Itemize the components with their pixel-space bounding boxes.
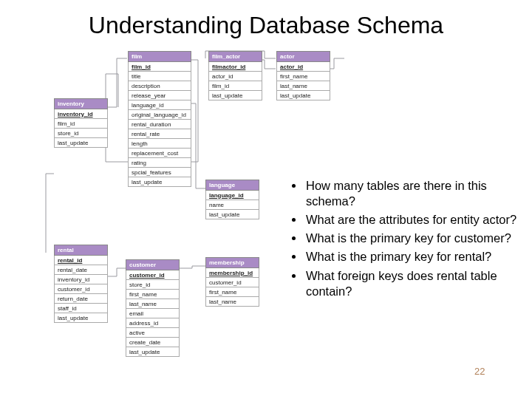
bullet-item: What is the primary key for customer? <box>304 231 520 246</box>
page-number: 22 <box>474 366 485 377</box>
entity-actor: actoractor_idfirst_namelast_namelast_upd… <box>276 51 330 100</box>
bullet-item: How many tables are there in this schema… <box>304 178 520 209</box>
diagram-stage: inventoryinventory_idfilm_idstore_idlast… <box>0 47 532 394</box>
entity-inventory: inventoryinventory_idfilm_idstore_idlast… <box>54 98 108 148</box>
bullet-item: What are the attributes for entity actor… <box>304 212 520 228</box>
entity-customer: customercustomer_idstore_idfirst_namelas… <box>126 259 180 357</box>
question-list: How many tables are there in this schema… <box>290 178 520 302</box>
entity-membership: membershipmembership_idcustomer_idfirst_… <box>205 257 259 307</box>
bullet-item: What is the primary key for rental? <box>304 249 520 265</box>
entity-rental: rentalrental_idrental_dateinventory_idcu… <box>54 245 108 323</box>
bullet-item: What foreign keys does rental table cont… <box>304 268 520 299</box>
entity-film-actor: film_actorfilmactor_idactor_idfilm_idlas… <box>208 51 262 100</box>
entity-language: languagelanguage_idnamelast_update <box>205 180 259 219</box>
entity-film: filmfilm_idtitledescriptionrelease_yearl… <box>128 51 191 187</box>
page-title: Understanding Database Schema <box>0 0 532 47</box>
